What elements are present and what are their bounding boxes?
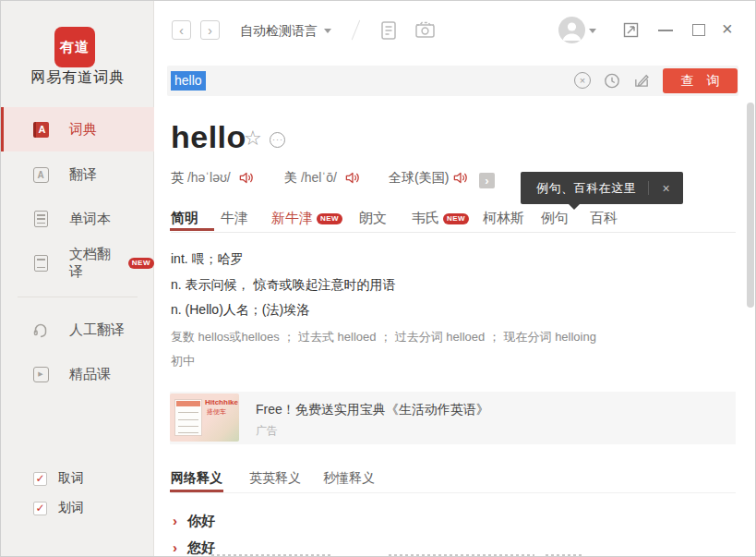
- sidebar-item-label: 文档翻译: [69, 246, 125, 281]
- definition-line: n. (Hello)人名；(法)埃洛: [171, 302, 309, 319]
- query-button[interactable]: 查 询: [663, 68, 738, 93]
- sidebar-divider: [18, 297, 138, 297]
- toolbar-divider: [352, 20, 361, 41]
- more-options-icon[interactable]: ···: [270, 132, 285, 148]
- youdao-logo: 有道: [54, 27, 95, 67]
- toggle-word-select[interactable]: ✓ 划词: [1, 497, 154, 519]
- speaker-icon-global[interactable]: [452, 170, 468, 186]
- sidebar-item-premium-course[interactable]: ▶ 精品课: [1, 352, 154, 396]
- chevron-right-icon: ›: [173, 513, 177, 528]
- sidebar-item-doc-translate[interactable]: 文档翻译 NEW: [1, 241, 154, 285]
- document-lookup-icon[interactable]: [379, 20, 398, 41]
- web-entry[interactable]: ›你好: [173, 513, 215, 530]
- sidebar: 有道 网易有道词典 A 词典 A 翻译 单词本 文档翻译 NEW: [1, 1, 154, 556]
- avatar[interactable]: [558, 17, 585, 43]
- headset-icon: [31, 321, 50, 339]
- ad-title: Free！免费送实用宝典《生活动作英语》: [256, 402, 489, 418]
- ad-book-cover: [174, 399, 202, 436]
- avatar-chevron-icon[interactable]: [589, 29, 596, 33]
- toggle-label: 划词: [58, 500, 84, 516]
- sidebar-item-dictionary[interactable]: A 词典: [1, 107, 154, 151]
- play-course-icon: ▶: [31, 365, 50, 383]
- dictionary-icon: A: [31, 120, 50, 139]
- tab-oxford[interactable]: 牛津: [221, 210, 248, 227]
- new-badge: NEW: [317, 213, 342, 224]
- headword: hello: [171, 119, 246, 155]
- tooltip-text: 例句、百科在这里: [536, 180, 636, 197]
- new-badge: NEW: [443, 213, 469, 224]
- sidebar-item-human-translate[interactable]: 人工翻译: [1, 308, 154, 352]
- back-button[interactable]: ‹: [172, 20, 191, 40]
- toggle-label: 取词: [58, 470, 84, 487]
- pronunciation-us: 美 /helˈō/: [284, 170, 337, 187]
- ad-brand-text: Hitchhike: [205, 398, 238, 406]
- app-title: 网易有道词典: [1, 68, 154, 88]
- translate-icon: A: [31, 165, 50, 184]
- tooltip-close-icon[interactable]: ×: [649, 181, 683, 196]
- pronunciation-global: 全球(美国): [389, 170, 449, 187]
- checkbox-checked-icon[interactable]: ✓: [33, 502, 47, 515]
- sidebar-item-label: 单词本: [69, 211, 111, 228]
- word-forms: 复数 hellos或helloes ； 过去式 helloed ； 过去分词 h…: [171, 329, 596, 345]
- scrollbar-thumb[interactable]: [747, 103, 754, 308]
- ad-thumbnail: Hitchhike 搭便车: [170, 394, 239, 442]
- sidebar-item-label: 翻译: [69, 166, 97, 184]
- sidebar-item-wordbook[interactable]: 单词本: [1, 197, 154, 241]
- toggle-word-capture[interactable]: ✓ 取词: [1, 467, 154, 490]
- favorite-star-icon[interactable]: ☆: [244, 128, 262, 149]
- maximize-button[interactable]: [692, 24, 705, 36]
- tabs-border: [171, 232, 736, 233]
- ad-brand-subtext: 搭便车: [207, 407, 226, 417]
- app-window: 有道 网易有道词典 A 词典 A 翻译 单词本 文档翻译 NEW: [0, 0, 756, 557]
- more-pronunciations-button[interactable]: ›: [479, 173, 495, 188]
- document-translate-icon: [31, 254, 50, 272]
- mini-window-icon[interactable]: [623, 22, 639, 38]
- active-web-tab-underline: [170, 490, 223, 492]
- sidebar-item-translate[interactable]: A 翻译: [1, 152, 154, 197]
- sidebar-item-label: 词典: [69, 121, 97, 139]
- pronunciation-uk: 英 /həˈləʊ/: [171, 170, 231, 187]
- search-input[interactable]: hello: [167, 66, 738, 96]
- tab-web-definitions[interactable]: 网络释义: [171, 470, 222, 487]
- tab-new-oxford[interactable]: 新牛津NEW: [271, 210, 342, 227]
- handwriting-icon[interactable]: [633, 72, 650, 89]
- tab-encyclopedia[interactable]: 百科: [590, 210, 618, 227]
- clear-icon[interactable]: ×: [574, 72, 591, 89]
- vocabulary-level: 初中: [171, 353, 195, 369]
- screenshot-ocr-icon[interactable]: [414, 20, 436, 40]
- chevron-right-icon: ›: [173, 539, 177, 555]
- forward-button[interactable]: ›: [200, 20, 220, 40]
- tab-english-definitions[interactable]: 英英释义: [249, 470, 301, 487]
- sidebar-item-label: 人工翻译: [69, 321, 125, 339]
- logo-text: 有道: [60, 39, 90, 56]
- tab-webster[interactable]: 韦氏NEW: [412, 210, 469, 227]
- web-tabs-border: [171, 492, 736, 493]
- active-tab-underline: [170, 228, 214, 231]
- minimize-button[interactable]: [658, 30, 673, 31]
- speaker-icon-uk[interactable]: [238, 170, 254, 186]
- history-icon[interactable]: [604, 72, 620, 89]
- feature-tooltip: 例句、百科在这里 ×: [521, 172, 683, 204]
- chevron-down-icon: [324, 29, 331, 33]
- sidebar-item-label: 精品课: [69, 366, 111, 383]
- tab-concise[interactable]: 简明: [171, 210, 198, 227]
- search-value-selected[interactable]: hello: [171, 71, 206, 91]
- checkbox-checked-icon[interactable]: ✓: [33, 472, 47, 486]
- tab-longman[interactable]: 朗文: [359, 210, 387, 227]
- language-selector[interactable]: 自动检测语言: [240, 23, 318, 40]
- new-badge: NEW: [128, 258, 154, 269]
- ad-banner[interactable]: Hitchhike 搭便车 Free！免费送实用宝典《生活动作英语》 广告: [170, 392, 736, 444]
- definition-line: n. 表示问候， 惊奇或唤起注意时的用语: [171, 277, 395, 294]
- tab-quick-definitions[interactable]: 秒懂释义: [323, 470, 375, 487]
- web-entry[interactable]: ›您好: [173, 539, 215, 557]
- tab-examples[interactable]: 例句: [541, 210, 569, 227]
- wordbook-icon: [31, 210, 50, 228]
- tab-collins[interactable]: 柯林斯: [483, 210, 524, 227]
- ad-label: 广告: [256, 423, 278, 439]
- speaker-icon-us[interactable]: [344, 170, 360, 186]
- definition-line: int. 喂；哈罗: [171, 251, 244, 268]
- close-button[interactable]: ×: [722, 19, 733, 38]
